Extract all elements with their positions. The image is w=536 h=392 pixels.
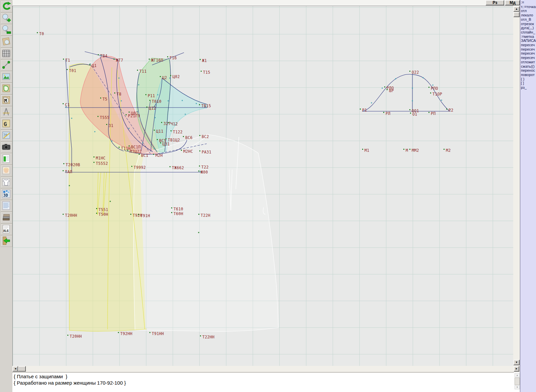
point-label: Ц11 [156, 129, 163, 134]
sidebar-command-5[interactable]: отрезок [521, 22, 536, 26]
scroll-left-icon[interactable]: ◄ [13, 366, 18, 372]
point-label: ТЖ662 [172, 166, 184, 170]
point-marker [67, 69, 68, 70]
sidebar-command-15[interactable]: сжать(() [521, 64, 536, 69]
sidebar-command-14[interactable]: отложит [521, 60, 536, 64]
point-label: Р21Г9 [128, 114, 140, 118]
toolbar-3d-icon[interactable]: 3D [1, 188, 12, 200]
sidebar-command-17[interactable]: поворот [521, 73, 536, 77]
point-label: Т551 [98, 207, 108, 212]
point-marker [200, 335, 201, 336]
sidebar-command-11[interactable]: пересеч [521, 47, 536, 52]
toolbar-piece-preview-icon[interactable] [1, 36, 12, 48]
stray-point-marker [198, 232, 199, 233]
sidebar-command-8[interactable]: :=метка [521, 35, 536, 39]
point-label: М1 [364, 148, 369, 153]
sidebar-command-13[interactable]: пересеч [521, 56, 536, 60]
sidebar-command-6[interactable]: дуга(,,,) [521, 26, 536, 30]
point-marker [100, 97, 101, 99]
sidebar-command-3[interactable]: лекало [521, 13, 536, 17]
point-marker [137, 70, 138, 71]
toolbar-undo-icon[interactable] [1, 1, 12, 12]
toolbar-zoom-out-icon[interactable] [1, 24, 12, 36]
pattern-drawing[interactable]: Т0Т1Т01Ц1ТВ4ЖТ7Т11ЖГ16ПТ16Ж1Т15Ц2Ц02Т8Т5… [13, 6, 514, 366]
scroll-down-icon[interactable]: ▼ [514, 360, 520, 365]
sidebar-command-1[interactable]: т.:=точка [521, 5, 536, 9]
point-marker [430, 92, 431, 93]
point-label: РЛ [386, 111, 390, 116]
point-marker [170, 166, 171, 167]
toolbar-compass-icon[interactable] [1, 106, 12, 118]
toolbar-list-icon[interactable] [1, 200, 12, 212]
toolbar-portrait-icon[interactable] [1, 165, 12, 177]
point-marker [199, 166, 200, 167]
horizontal-scrollbar[interactable]: ◄ ► [12, 366, 520, 372]
point-marker [153, 154, 154, 155]
point-marker [410, 113, 411, 114]
point-marker [129, 145, 130, 146]
sidebar-command-9[interactable]: ЗАПИСА [521, 39, 536, 43]
sidebar-command-19[interactable]: [ ] [521, 81, 536, 85]
vertical-scroll-thumb[interactable] [514, 12, 520, 17]
toolbar-piece-green-icon[interactable] [1, 83, 12, 94]
point-label: Ч12 [171, 122, 178, 126]
md-button[interactable]: Мд [505, 0, 520, 5]
toolbar-grid-icon[interactable] [1, 48, 12, 59]
point-marker [201, 71, 202, 72]
curve-marker [185, 114, 186, 115]
sidebar-command-20[interactable]: рз_ [521, 85, 536, 90]
point-label: Т11Н [121, 146, 131, 151]
console-scroll-down-icon[interactable]: ▼ [515, 385, 520, 389]
toolbar-table-icon[interactable] [1, 153, 12, 165]
toolbar-camera-icon[interactable] [1, 141, 12, 153]
console-line: { Платье с защипами } [14, 373, 514, 380]
point-marker [63, 103, 64, 104]
sidebar-command-12[interactable]: пересеч [521, 51, 536, 56]
point-marker [126, 114, 127, 115]
sidebar-command-4[interactable]: отл_В [521, 17, 536, 22]
point-label: С1 [65, 103, 70, 107]
curve-marker [182, 100, 183, 101]
toolbar-exit-icon[interactable] [1, 235, 12, 247]
scroll-up-icon[interactable]: ▲ [514, 6, 520, 12]
point-marker [130, 214, 131, 215]
toolbar-piece-m-icon[interactable]: M [1, 94, 12, 106]
curve-marker [71, 118, 72, 119]
toolbar-segment-icon[interactable] [1, 59, 12, 71]
curve-marker [432, 85, 433, 86]
sidebar-command-10[interactable]: пересеч [521, 43, 536, 47]
point-label: Т50Н [98, 212, 108, 217]
sidebar-command-16[interactable]: перенос [521, 68, 536, 73]
vertical-scrollbar[interactable]: ▲ ▼ [513, 6, 520, 366]
curve-marker [94, 131, 95, 132]
point-label: Т555 [100, 115, 110, 120]
console-scroll-thumb[interactable] [515, 378, 520, 385]
point-label: Т1ОР [432, 92, 442, 96]
toolbar-zoom-in-icon[interactable] [1, 12, 12, 24]
sidebar-command-2[interactable]: отл [521, 9, 536, 13]
drawing-canvas[interactable]: Т0Т1Т01Ц1ТВ4ЖТ7Т11ЖГ16ПТ16Ж1Т15Ц2Ц02Т8Т5… [12, 6, 514, 366]
sidebar-command-0[interactable]: := [521, 0, 536, 5]
curve-marker [112, 141, 113, 142]
point-label: Т610 [174, 207, 183, 211]
point-label: О22 [412, 70, 419, 75]
scroll-right-icon[interactable]: ► [514, 366, 519, 372]
toolbar-garment-icon[interactable] [1, 177, 12, 188]
sidebar-command-18[interactable]: { } [521, 77, 536, 81]
point-label: ВС2 [202, 134, 209, 139]
sidebar-command-7[interactable]: сплайн_ [521, 30, 536, 35]
program-console[interactable]: { Платье с защипами } { Разработано на р… [12, 372, 514, 392]
toolbar-g-gold-icon[interactable]: G [1, 118, 12, 130]
console-scroll-up-icon[interactable]: ▲ [515, 373, 520, 377]
point-marker [96, 208, 97, 209]
point-label: Т9992 [134, 165, 146, 170]
toolbar-books-icon[interactable] [1, 212, 12, 223]
point-label: М2 [446, 148, 451, 153]
rz-button[interactable]: Рз [486, 0, 504, 5]
console-scrollbar[interactable]: ▲ ▼ [514, 372, 520, 392]
toolbar-alg-icon[interactable]: ALG [1, 223, 12, 235]
horizontal-scroll-thumb[interactable] [18, 366, 26, 372]
toolbar-image-icon[interactable] [1, 71, 12, 83]
toolbar-blueprint-icon[interactable]: 78 [1, 130, 12, 141]
point-label: Ж00 [201, 170, 208, 175]
